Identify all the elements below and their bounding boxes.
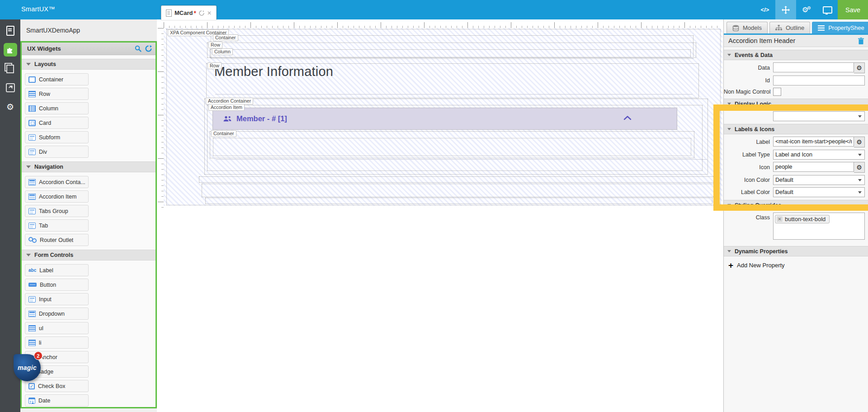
- monitor-icon: [823, 6, 832, 14]
- tab-property-sheet[interactable]: PropertyShee: [812, 22, 868, 33]
- app-name-header[interactable]: SmartUXDemoApp: [20, 19, 157, 41]
- widget-ul[interactable]: ul: [25, 322, 89, 334]
- class-chip-input[interactable]: ✕ button-text-bold: [773, 213, 865, 240]
- code-view-button[interactable]: </>: [755, 0, 775, 19]
- display-logic-row: [724, 111, 865, 121]
- chevron-up-icon[interactable]: [623, 115, 632, 121]
- empty-row-box[interactable]: [205, 198, 712, 204]
- rail-widgets-button[interactable]: [0, 42, 20, 57]
- field-label: Id: [724, 77, 773, 84]
- tab-outline[interactable]: Outline: [769, 22, 810, 33]
- empty-row-box[interactable]: [202, 184, 716, 197]
- section-events-data[interactable]: Events & Data: [724, 50, 868, 60]
- container-tag[interactable]: Container: [211, 130, 236, 137]
- widget-accordion-container[interactable]: Accordion Conta...: [25, 176, 89, 188]
- row-tag[interactable]: Row: [208, 62, 222, 69]
- widget-router-outlet[interactable]: Router Outlet: [25, 234, 89, 246]
- move-tool-button[interactable]: [775, 0, 796, 19]
- plus-icon: +: [728, 262, 733, 269]
- widget-date[interactable]: Date: [25, 394, 89, 407]
- id-input[interactable]: [773, 76, 865, 85]
- widget-div[interactable]: Div: [25, 146, 89, 158]
- refresh-tab-icon[interactable]: [199, 10, 204, 16]
- widget-container[interactable]: Container: [25, 73, 89, 85]
- non-magic-control-checkbox[interactable]: [773, 88, 781, 96]
- rail-publish-button[interactable]: [0, 80, 20, 95]
- row-tag[interactable]: Row: [208, 42, 222, 48]
- chevron-down-icon: [727, 250, 731, 252]
- label-input[interactable]: [773, 137, 854, 147]
- close-tab-icon[interactable]: ✕: [207, 10, 212, 16]
- section-layouts[interactable]: Layouts: [22, 59, 156, 70]
- section-title: Form Controls: [34, 252, 73, 258]
- gear-icon[interactable]: ⚙: [854, 162, 865, 173]
- icon-input[interactable]: [773, 162, 854, 172]
- tabs-group-icon: [28, 208, 36, 214]
- navigation-tiles: Accordion Conta... Accordion Item Tabs G…: [22, 175, 156, 248]
- label-color-dropdown[interactable]: Default: [773, 187, 865, 197]
- field-label: Label Color: [724, 189, 773, 195]
- magic-logo[interactable]: magic 2: [14, 354, 41, 381]
- design-surface[interactable]: XPA Component Container Container Row Co…: [164, 28, 722, 206]
- calendar-icon: [28, 398, 35, 404]
- add-new-property-button[interactable]: + Add New Property: [728, 262, 868, 269]
- widget-check-box[interactable]: ✓Check Box: [25, 380, 89, 392]
- section-labels-icons[interactable]: Labels & Icons: [724, 124, 868, 134]
- section-dynamic-properties[interactable]: Dynamic Properties: [724, 246, 868, 256]
- subform-icon: [28, 134, 36, 141]
- container-tag[interactable]: Container: [213, 34, 238, 41]
- gear-icon[interactable]: ⚙: [854, 137, 865, 147]
- label-type-dropdown[interactable]: Label and Icon: [773, 150, 865, 160]
- accordion-container-icon: [28, 179, 36, 185]
- widget-li[interactable]: li: [25, 336, 89, 349]
- widget-tab[interactable]: Tab: [25, 219, 89, 232]
- widget-subform[interactable]: Subform: [25, 131, 89, 143]
- widget-row[interactable]: Row: [25, 88, 89, 100]
- widget-label[interactable]: abcLabel: [25, 264, 89, 276]
- section-navigation[interactable]: Navigation: [22, 161, 156, 172]
- icon-color-dropdown[interactable]: Default: [773, 175, 865, 185]
- accordion-container-tag[interactable]: Accordion Container: [206, 98, 253, 104]
- share-arrow-icon: [6, 83, 15, 92]
- copies-icon: [6, 65, 14, 73]
- chevron-down-icon: [26, 254, 31, 256]
- save-button[interactable]: Save: [838, 0, 868, 19]
- search-icon[interactable]: [135, 45, 142, 52]
- section-form-controls[interactable]: Form Controls: [22, 250, 156, 260]
- tab-icon: [28, 223, 36, 229]
- widget-accordion-item[interactable]: Accordion Item: [25, 190, 89, 203]
- accordion-item-header[interactable]: Member - # [1]: [212, 108, 677, 130]
- section-title: Dynamic Properties: [735, 248, 788, 255]
- widget-dropdown[interactable]: Dropdown: [25, 308, 89, 320]
- list-item-icon: [28, 340, 36, 346]
- chevron-down-icon: [727, 128, 731, 130]
- rail-forms-button[interactable]: [0, 23, 20, 38]
- rail-components-button[interactable]: [0, 61, 20, 76]
- settings-gears-button[interactable]: ⚙⚙: [796, 0, 817, 19]
- tab-models[interactable]: Models: [726, 22, 768, 33]
- widget-column[interactable]: Column: [25, 102, 89, 114]
- column-box[interactable]: Column: [210, 49, 691, 57]
- document-tab-mcard[interactable]: MCard * ✕: [161, 5, 217, 20]
- refresh-icon[interactable]: [145, 45, 152, 52]
- magic-logo-text: magic: [18, 364, 37, 371]
- widget-button[interactable]: Button: [25, 279, 89, 291]
- widget-card[interactable]: Card: [25, 117, 89, 129]
- column-tag[interactable]: Column: [212, 48, 233, 55]
- list-icon: [818, 25, 825, 31]
- remove-chip-icon[interactable]: ✕: [777, 216, 783, 222]
- trash-icon[interactable]: [858, 38, 864, 44]
- accordion-item-tag[interactable]: Accordion Item: [208, 104, 245, 111]
- data-input[interactable]: [773, 62, 854, 72]
- widget-tabs-group[interactable]: Tabs Group: [25, 205, 89, 217]
- preview-button[interactable]: [817, 0, 838, 19]
- gear-icon[interactable]: ⚙: [854, 62, 865, 73]
- empty-drop-zone[interactable]: [213, 138, 691, 156]
- rail-settings-button[interactable]: ⚙: [0, 99, 20, 114]
- widget-input[interactable]: Input: [25, 293, 89, 305]
- display-logic-dropdown[interactable]: [773, 111, 865, 121]
- container2-box[interactable]: Container: [210, 131, 694, 158]
- member-information-heading[interactable]: Member Information: [214, 64, 333, 79]
- input-icon: [28, 296, 36, 303]
- empty-row-box[interactable]: [199, 176, 719, 183]
